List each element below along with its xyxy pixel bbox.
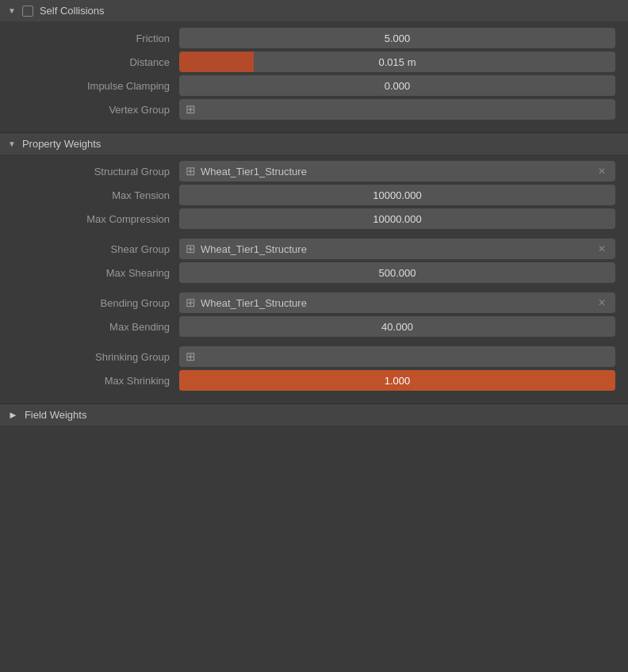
max-shrinking-value: 1.000: [385, 375, 411, 387]
bending-group-field[interactable]: Wheat_Tier1_Structure ✕: [179, 292, 615, 313]
structural-group-close[interactable]: ✕: [595, 164, 609, 178]
self-collisions-checkbox[interactable]: [22, 6, 33, 17]
distance-bar: [179, 52, 254, 72]
bending-group-label: Bending Group: [13, 297, 179, 309]
shear-group-row: Shear Group Wheat_Tier1_Structure ✕: [13, 239, 615, 259]
max-tension-field[interactable]: 10000.000: [179, 185, 615, 205]
property-weights-arrow: ▼: [8, 139, 16, 148]
friction-row: Friction 5.000: [13, 28, 615, 48]
structural-group-icon: [186, 164, 196, 178]
self-collisions-content: Friction 5.000 Distance 0.015 m Impulse …: [0, 21, 628, 132]
max-bending-field[interactable]: 40.000: [179, 316, 615, 337]
max-compression-row: Max Compression 10000.000: [13, 208, 615, 229]
shear-group-label: Shear Group: [13, 243, 179, 255]
distance-row: Distance 0.015 m: [13, 52, 615, 72]
property-weights-content: Structural Group Wheat_Tier1_Structure ✕…: [0, 155, 628, 403]
distance-field[interactable]: 0.015 m: [179, 52, 615, 72]
shrinking-group-row: Shrinking Group: [13, 346, 615, 367]
field-weights-arrow: ►: [8, 409, 18, 421]
max-compression-value: 10000.000: [373, 213, 421, 225]
structural-group-value: Wheat_Tier1_Structure: [201, 166, 590, 178]
self-collisions-title: Self Collisions: [40, 5, 105, 17]
friction-label: Friction: [13, 32, 179, 44]
spacer-1: [13, 232, 615, 239]
friction-field[interactable]: 5.000: [179, 28, 615, 48]
max-shearing-value: 500.000: [379, 267, 416, 279]
max-tension-value: 10000.000: [373, 189, 421, 201]
impulse-field[interactable]: 0.000: [179, 75, 615, 96]
vertex-group-row: Vertex Group: [13, 99, 615, 120]
max-shrinking-row: Max Shrinking 1.000: [13, 370, 615, 391]
shear-group-icon: [186, 242, 196, 256]
self-collisions-header[interactable]: ▼ Self Collisions: [0, 0, 628, 21]
distance-label: Distance: [13, 56, 179, 68]
bending-group-value: Wheat_Tier1_Structure: [201, 297, 590, 309]
max-compression-field[interactable]: 10000.000: [179, 208, 615, 229]
shear-group-value: Wheat_Tier1_Structure: [201, 243, 590, 255]
property-weights-title: Property Weights: [22, 138, 101, 150]
bending-group-icon: [186, 296, 196, 310]
field-weights-header[interactable]: ► Field Weights: [0, 404, 628, 426]
max-tension-label: Max Tension: [13, 189, 179, 201]
max-shrinking-label: Max Shrinking: [13, 375, 179, 387]
max-bending-label: Max Bending: [13, 321, 179, 333]
vertex-group-field[interactable]: [179, 99, 615, 120]
structural-group-field[interactable]: Wheat_Tier1_Structure ✕: [179, 161, 615, 181]
max-shearing-field[interactable]: 500.000: [179, 262, 615, 283]
impulse-value: 0.000: [385, 80, 411, 92]
max-bending-value: 40.000: [381, 321, 413, 333]
max-compression-label: Max Compression: [13, 213, 179, 225]
shrinking-group-icon: [186, 349, 196, 364]
distance-value: 0.015 m: [379, 56, 416, 68]
max-shearing-row: Max Shearing 500.000: [13, 262, 615, 283]
structural-group-label: Structural Group: [13, 166, 179, 178]
spacer-3: [13, 340, 615, 346]
shrinking-group-label: Shrinking Group: [13, 351, 179, 363]
shear-group-close[interactable]: ✕: [595, 242, 609, 256]
shear-group-field[interactable]: Wheat_Tier1_Structure ✕: [179, 239, 615, 259]
friction-value: 5.000: [385, 32, 411, 44]
impulse-label: Impulse Clamping: [13, 80, 179, 92]
structural-group-row: Structural Group Wheat_Tier1_Structure ✕: [13, 161, 615, 181]
self-collisions-arrow: ▼: [8, 6, 16, 15]
max-shearing-label: Max Shearing: [13, 267, 179, 279]
main-panel: ▼ Self Collisions Friction 5.000 Distanc…: [0, 0, 628, 426]
spacer-2: [13, 286, 615, 292]
bending-group-row: Bending Group Wheat_Tier1_Structure ✕: [13, 292, 615, 313]
max-tension-row: Max Tension 10000.000: [13, 185, 615, 205]
max-bending-row: Max Bending 40.000: [13, 316, 615, 337]
bending-group-close[interactable]: ✕: [595, 296, 609, 310]
vertex-group-icon: [186, 102, 196, 116]
max-shrinking-field[interactable]: 1.000: [179, 370, 615, 391]
shrinking-group-field[interactable]: [179, 346, 615, 367]
vertex-group-label: Vertex Group: [13, 104, 179, 116]
property-weights-header[interactable]: ▼ Property Weights: [0, 133, 628, 155]
impulse-row: Impulse Clamping 0.000: [13, 75, 615, 96]
field-weights-title: Field Weights: [25, 409, 87, 421]
